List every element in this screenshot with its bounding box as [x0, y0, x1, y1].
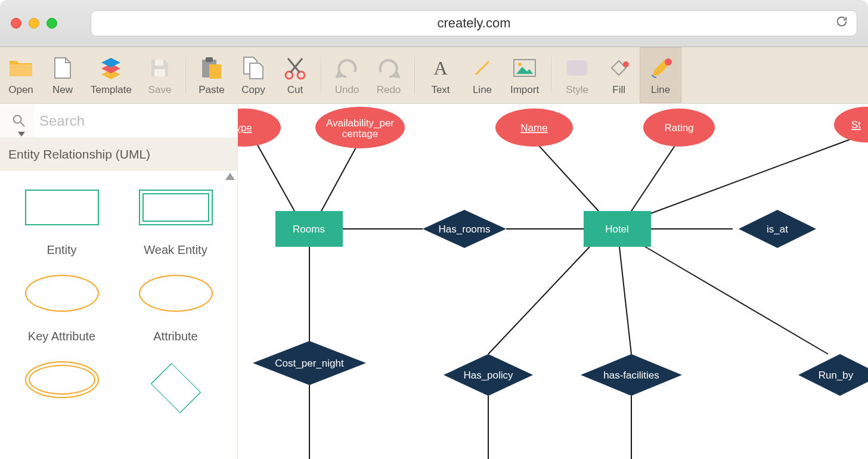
- edge[interactable]: [321, 145, 357, 211]
- relationship-label: Cost_per_night: [275, 358, 344, 369]
- shape-multivalued-attribute[interactable]: [11, 361, 113, 415]
- attribute-label: Rating: [664, 122, 693, 134]
- shape-relationship[interactable]: [125, 361, 227, 415]
- attribute-shape-icon: [139, 275, 213, 312]
- redo-icon: [375, 54, 402, 82]
- scissors-icon: [281, 54, 309, 82]
- weak-entity-shape-icon: [139, 190, 213, 225]
- text-icon: A: [427, 54, 454, 82]
- paste-icon: [198, 54, 225, 82]
- svg-point-12: [623, 61, 629, 67]
- toolbar-separator: [185, 57, 186, 94]
- copy-button[interactable]: Copy: [232, 47, 274, 103]
- url-text: creately.com: [437, 15, 510, 31]
- url-bar[interactable]: creately.com: [91, 10, 857, 36]
- diagram-canvas[interactable]: ype Availability_per centage Name Rating…: [238, 104, 868, 459]
- attribute-label: St: [851, 119, 861, 131]
- entity-label: Hotel: [605, 224, 629, 235]
- svg-rect-3: [206, 57, 213, 62]
- toolbar-separator: [551, 57, 551, 94]
- new-button[interactable]: New: [42, 47, 83, 103]
- attribute-label: ype: [238, 122, 252, 134]
- import-button[interactable]: Import: [503, 47, 546, 103]
- line-style-button[interactable]: Line: [640, 47, 681, 103]
- toolbar-separator: [321, 57, 321, 94]
- relationship-label: has-facilities: [603, 370, 659, 381]
- toolbar-separator: [414, 57, 415, 94]
- attribute-label: Availability_per: [326, 117, 394, 129]
- svg-rect-4: [209, 64, 221, 79]
- copy-icon: [240, 54, 267, 82]
- browser-chrome: creately.com: [0, 0, 868, 47]
- redo-button: Redo: [368, 47, 410, 103]
- shape-search-input[interactable]: [35, 104, 237, 138]
- shape-entity[interactable]: Entity: [11, 190, 113, 257]
- style-button: Style: [556, 47, 598, 103]
- search-icon[interactable]: [10, 111, 29, 131]
- attribute-label: centage: [342, 128, 379, 139]
- relationship-label: Has_policy: [463, 370, 513, 381]
- undo-button: Undo: [326, 47, 368, 103]
- relationship-label: Has_rooms: [439, 224, 491, 235]
- svg-rect-11: [567, 60, 587, 76]
- edge[interactable]: [536, 142, 599, 211]
- template-button[interactable]: Template: [83, 47, 139, 103]
- svg-rect-0: [155, 60, 163, 66]
- key-attribute-shape-icon: [25, 275, 99, 312]
- shape-weak-entity[interactable]: Weak Entity: [125, 190, 227, 257]
- paste-button[interactable]: Paste: [191, 47, 232, 103]
- edge[interactable]: [488, 247, 590, 354]
- image-icon: [511, 54, 538, 82]
- text-tool-button[interactable]: A Text: [420, 47, 461, 103]
- edge[interactable]: [619, 247, 631, 354]
- svg-line-8: [476, 61, 489, 75]
- new-file-icon: [49, 54, 76, 82]
- shape-attribute[interactable]: Attribute: [125, 275, 227, 343]
- toolbar: Open New Template Save Paste: [0, 47, 868, 104]
- cut-button[interactable]: Cut: [274, 47, 316, 103]
- relationship-label: Run_by: [819, 370, 854, 381]
- entity-shape-icon: [25, 190, 99, 225]
- line-icon: [469, 54, 496, 82]
- pencil-icon: [647, 54, 674, 82]
- open-button[interactable]: Open: [0, 47, 42, 103]
- svg-point-13: [665, 58, 672, 66]
- svg-point-5: [286, 72, 293, 79]
- edge[interactable]: [643, 246, 828, 354]
- scroll-up-icon[interactable]: [225, 173, 235, 180]
- style-icon: [563, 54, 591, 82]
- edge[interactable]: [253, 137, 294, 211]
- shape-search-row: [0, 104, 237, 138]
- svg-rect-1: [154, 69, 165, 76]
- chevron-down-icon: [18, 132, 25, 137]
- layers-icon: [97, 54, 125, 82]
- fill-icon: [605, 54, 633, 82]
- entity-label: Rooms: [293, 224, 325, 235]
- window-controls: [11, 18, 57, 29]
- svg-text:A: A: [433, 58, 447, 78]
- save-icon: [146, 54, 173, 82]
- svg-point-10: [518, 63, 522, 66]
- undo-icon: [333, 54, 361, 82]
- line-tool-button[interactable]: Line: [461, 47, 503, 103]
- edge[interactable]: [631, 139, 679, 211]
- shape-list: Entity Weak Entity Key Attribute Attribu…: [0, 170, 237, 459]
- shape-key-attribute[interactable]: Key Attribute: [11, 275, 113, 343]
- attribute-label: Name: [520, 122, 547, 134]
- refresh-icon[interactable]: [835, 15, 848, 32]
- edge[interactable]: [649, 137, 858, 214]
- multivalued-attribute-shape-icon: [25, 361, 99, 398]
- folder-icon: [7, 54, 35, 82]
- close-window-button[interactable]: [11, 18, 21, 29]
- relationship-shape-icon: [150, 363, 201, 414]
- relationship-label: is_at: [767, 224, 788, 235]
- save-button: Save: [139, 47, 181, 103]
- svg-point-6: [297, 72, 305, 79]
- fill-button[interactable]: Fill: [598, 47, 640, 103]
- maximize-window-button[interactable]: [46, 18, 57, 29]
- minimize-window-button[interactable]: [29, 18, 39, 29]
- shape-category-header[interactable]: Entity Relationship (UML): [0, 138, 237, 170]
- shape-sidebar: Entity Relationship (UML) Entity Weak En…: [0, 104, 238, 459]
